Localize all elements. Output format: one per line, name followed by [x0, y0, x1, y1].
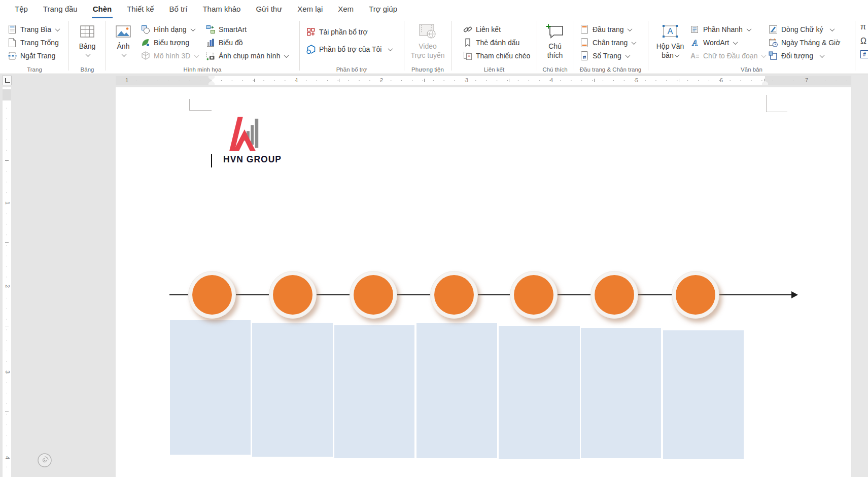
tab-insert[interactable]: Chèn	[85, 0, 120, 18]
svg-text:A: A	[690, 52, 696, 60]
page-break-button[interactable]: Ngắt Trang	[7, 50, 55, 62]
picture-icon	[115, 21, 132, 42]
tab-review[interactable]: Xem lại	[290, 0, 330, 18]
smartart-button[interactable]: SmartArt	[205, 23, 247, 36]
chart-button[interactable]: Biểu đồ	[205, 37, 242, 49]
ruler-tick	[254, 79, 255, 82]
my-addins-icon	[306, 44, 316, 54]
chevron-down-icon	[628, 26, 633, 31]
tab-home[interactable]: Trang đầu	[36, 0, 85, 18]
link-icon	[463, 24, 473, 35]
ruler-tick	[509, 79, 509, 82]
group-label-illustrations: Hình minh họa	[106, 66, 299, 73]
bookmark-button[interactable]: Thẻ đánh dấu	[463, 37, 519, 49]
online-video-button[interactable]: Video Trực tuyến	[406, 21, 449, 60]
link-button[interactable]: Liên kết	[463, 23, 501, 36]
object-button[interactable]: Đối tượng	[768, 50, 824, 62]
tab-view[interactable]: Xem	[330, 0, 361, 18]
3d-models-button[interactable]: Mô hình 3D	[141, 50, 198, 62]
drop-cap-button[interactable]: A Chữ to Đầu đoạn	[690, 50, 766, 62]
ruler-tick	[594, 79, 595, 82]
tab-file[interactable]: Tệp	[7, 0, 36, 18]
tab-references[interactable]: Tham khảo	[195, 0, 248, 18]
chevron-down-icon	[86, 52, 91, 57]
chevron-down-icon	[388, 46, 393, 51]
my-addins-button[interactable]: Phần bổ trợ của Tôi	[306, 43, 392, 55]
ruler-tick	[339, 79, 339, 82]
chevron-down-icon	[625, 53, 630, 58]
drop-cap-icon: A	[690, 51, 700, 61]
page-number-icon	[579, 51, 589, 61]
group-comments: Chú thích Chú thích	[537, 18, 573, 74]
cross-reference-icon	[463, 51, 473, 61]
footer-icon	[579, 38, 589, 48]
text-box-button[interactable]: A Hộp Văn bản	[653, 21, 687, 60]
table-icon	[79, 21, 95, 42]
document-page[interactable]: HVN GROUP	[116, 87, 851, 477]
signature-line-button[interactable]: Dòng Chữ ký	[768, 23, 834, 36]
vertical-ruler[interactable]: 1 2 3 4	[3, 87, 11, 477]
hvn-group-logo[interactable]	[224, 113, 265, 154]
comment-button[interactable]: Chú thích	[539, 21, 571, 60]
timeline-circle-4[interactable]	[430, 271, 478, 319]
wordart-button[interactable]: A WordArt	[690, 37, 737, 49]
group-links: Liên kết Thẻ đánh dấu Tham chiếu chéo Li…	[452, 18, 537, 74]
ruler-number: 7	[802, 77, 812, 83]
timeline-circle-1[interactable]	[188, 271, 236, 319]
svg-text:A: A	[692, 39, 698, 47]
cover-page-button[interactable]: Trang Bìa	[7, 23, 59, 36]
text-box-icon: A	[661, 21, 679, 42]
icons-button[interactable]: Biểu tượng	[141, 37, 189, 49]
timeline-box-2[interactable]	[252, 323, 333, 457]
page-break-icon	[7, 51, 17, 61]
table-button[interactable]: Bảng	[71, 21, 103, 57]
boxed-number-icon[interactable]: #	[860, 50, 868, 58]
group-label-text: Văn bản	[648, 66, 855, 73]
footer-button[interactable]: Chân trang	[579, 37, 636, 49]
fingerprint-icon	[37, 452, 53, 468]
timeline-box-7[interactable]	[663, 330, 744, 459]
group-label-pages: Trang	[4, 66, 65, 73]
timeline-circle-7[interactable]	[672, 271, 719, 319]
group-label-header-footer: Đầu trang & Chân trang	[573, 66, 648, 73]
timeline-box-4[interactable]	[416, 323, 497, 458]
pictures-button[interactable]: Ảnh	[108, 21, 138, 57]
screenshot-button[interactable]: Ảnh chụp màn hình	[205, 50, 288, 62]
chevron-down-icon	[284, 53, 289, 58]
header-icon	[579, 24, 589, 35]
timeline-circle-5[interactable]	[510, 271, 558, 319]
timeline-box-3[interactable]	[334, 325, 414, 458]
timeline-circle-2[interactable]	[269, 271, 317, 319]
smartart-icon	[205, 24, 216, 35]
group-label-table: Bảng	[69, 66, 106, 73]
blank-page-button[interactable]: Trang Trống	[7, 37, 59, 49]
cover-page-icon	[7, 24, 17, 35]
tab-layout[interactable]: Bố trí	[162, 0, 195, 18]
ruler-number: 1	[4, 199, 11, 208]
tab-mailings[interactable]: Gửi thư	[248, 0, 290, 18]
horizontal-ruler[interactable]: 1 1 2 3 4 5 6 7	[116, 76, 851, 85]
cross-reference-button[interactable]: Tham chiếu chéo	[463, 50, 530, 62]
shapes-button[interactable]: Hình dạng	[141, 23, 195, 36]
equation-icon[interactable]: π	[860, 22, 866, 31]
timeline-circle-3[interactable]	[350, 271, 397, 319]
ruler-tick	[424, 79, 425, 82]
date-time-button[interactable]: Ngày Tháng & Giờ	[768, 37, 840, 49]
tab-design[interactable]: Thiết kế	[119, 0, 161, 18]
touch-mode-button[interactable]	[37, 452, 53, 468]
object-icon	[768, 51, 778, 61]
timeline-box-6[interactable]	[581, 328, 661, 458]
header-button[interactable]: Đầu trang	[579, 23, 632, 36]
quick-parts-button[interactable]: Phần Nhanh	[690, 23, 751, 36]
menu-bar: Tệp Trang đầu Chèn Thiết kế Bố trí Tham …	[0, 0, 868, 18]
ruler-number: 3	[4, 368, 11, 377]
left-tab-icon	[5, 78, 10, 83]
page-number-button[interactable]: Số Trang	[579, 50, 630, 62]
timeline-circle-6[interactable]	[591, 271, 638, 319]
tab-stop-selector[interactable]	[2, 76, 12, 85]
tab-help[interactable]: Trợ giúp	[361, 0, 405, 18]
symbol-icon[interactable]: Ω	[860, 37, 866, 46]
timeline-box-1[interactable]	[170, 320, 251, 455]
get-addins-button[interactable]: Tải phần bổ trợ	[306, 26, 368, 38]
timeline-box-5[interactable]	[499, 326, 580, 459]
